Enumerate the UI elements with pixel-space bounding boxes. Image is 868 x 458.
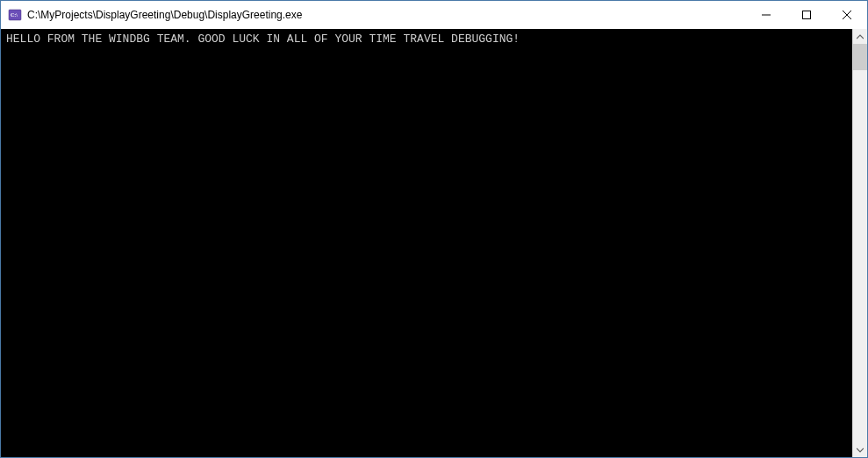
scroll-track[interactable] [853,44,867,442]
svg-text:C:\: C:\ [11,12,18,18]
scroll-down-button[interactable] [853,442,867,457]
close-button[interactable] [827,1,867,29]
scroll-up-button[interactable] [853,29,867,44]
scroll-thumb[interactable] [853,44,867,70]
app-icon: C:\ [8,8,22,22]
minimize-button[interactable] [746,1,786,29]
minimize-icon [762,9,771,22]
console-output: HELLO FROM THE WINDBG TEAM. GOOD LUCK IN… [1,29,852,457]
close-icon [843,9,851,22]
chevron-up-icon [857,30,864,43]
window-title: C:\MyProjects\DisplayGreeting\Debug\Disp… [27,9,746,21]
maximize-button[interactable] [786,1,827,29]
svg-rect-3 [803,11,811,18]
vertical-scrollbar[interactable] [852,29,867,457]
client-area: HELLO FROM THE WINDBG TEAM. GOOD LUCK IN… [1,29,867,457]
chevron-down-icon [857,443,864,456]
titlebar[interactable]: C:\ C:\MyProjects\DisplayGreeting\Debug\… [1,1,867,29]
window-controls [746,1,867,29]
application-window: C:\ C:\MyProjects\DisplayGreeting\Debug\… [0,0,868,458]
maximize-icon [802,9,811,22]
